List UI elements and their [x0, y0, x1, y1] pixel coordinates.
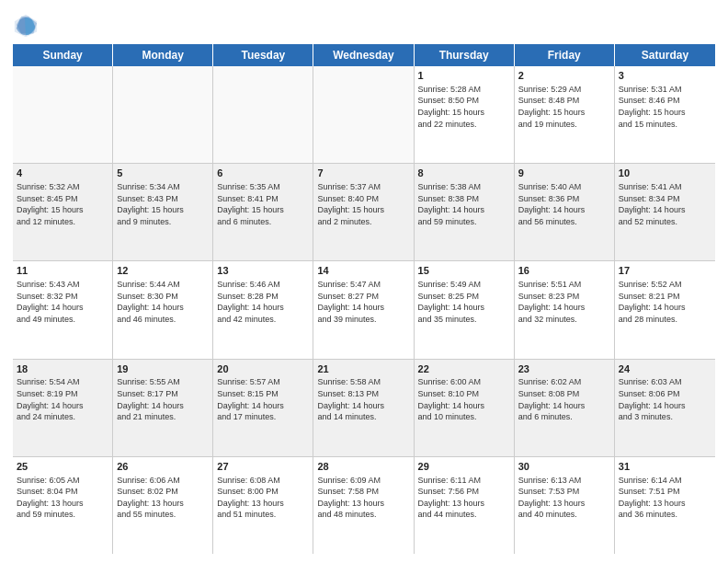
day-number: 11: [17, 264, 108, 278]
calendar-row-5: 25Sunrise: 6:05 AMSunset: 8:04 PMDayligh…: [13, 457, 715, 554]
calendar: SundayMondayTuesdayWednesdayThursdayFrid…: [13, 44, 715, 554]
cell-info: Sunrise: 6:13 AMSunset: 7:53 PMDaylight:…: [518, 475, 610, 521]
cell-info: Sunrise: 5:37 AMSunset: 8:40 PMDaylight:…: [317, 181, 409, 227]
calendar-cell: 2Sunrise: 5:29 AMSunset: 8:48 PMDaylight…: [515, 66, 615, 163]
calendar-cell: 12Sunrise: 5:44 AMSunset: 8:30 PMDayligh…: [113, 261, 213, 358]
cell-info: Sunrise: 5:31 AMSunset: 8:46 PMDaylight:…: [619, 84, 711, 130]
calendar-cell: [313, 66, 414, 163]
day-number: 18: [17, 362, 108, 376]
calendar-row-2: 4Sunrise: 5:32 AMSunset: 8:45 PMDaylight…: [13, 164, 715, 261]
calendar-cell: 19Sunrise: 5:55 AMSunset: 8:17 PMDayligh…: [113, 360, 213, 456]
day-number: 20: [217, 362, 309, 376]
calendar-cell: 9Sunrise: 5:40 AMSunset: 8:36 PMDaylight…: [515, 164, 615, 260]
day-number: 15: [418, 264, 510, 278]
calendar-cell: 10Sunrise: 5:41 AMSunset: 8:34 PMDayligh…: [615, 164, 715, 260]
cell-info: Sunrise: 5:34 AMSunset: 8:43 PMDaylight:…: [117, 181, 209, 227]
calendar-cell: 11Sunrise: 5:43 AMSunset: 8:32 PMDayligh…: [13, 261, 113, 358]
calendar-cell: 26Sunrise: 6:06 AMSunset: 8:02 PMDayligh…: [113, 457, 213, 554]
day-number: 25: [17, 460, 108, 474]
cell-info: Sunrise: 6:06 AMSunset: 8:02 PMDaylight:…: [117, 475, 209, 521]
cell-info: Sunrise: 6:14 AMSunset: 7:51 PMDaylight:…: [619, 475, 711, 521]
day-number: 6: [217, 167, 309, 180]
day-header-wednesday: Wednesday: [313, 44, 414, 66]
calendar-cell: 13Sunrise: 5:46 AMSunset: 8:28 PMDayligh…: [213, 261, 313, 358]
cell-info: Sunrise: 6:02 AMSunset: 8:08 PMDaylight:…: [518, 376, 610, 422]
calendar-cell: 31Sunrise: 6:14 AMSunset: 7:51 PMDayligh…: [615, 457, 715, 554]
cell-info: Sunrise: 5:41 AMSunset: 8:34 PMDaylight:…: [619, 181, 711, 227]
calendar-cell: 22Sunrise: 6:00 AMSunset: 8:10 PMDayligh…: [415, 360, 515, 456]
calendar-cell: 15Sunrise: 5:49 AMSunset: 8:25 PMDayligh…: [415, 261, 515, 358]
day-header-friday: Friday: [515, 44, 615, 66]
calendar-cell: 18Sunrise: 5:54 AMSunset: 8:19 PMDayligh…: [13, 360, 113, 456]
calendar-cell: [113, 66, 213, 163]
calendar-cell: [13, 66, 113, 163]
cell-info: Sunrise: 5:52 AMSunset: 8:21 PMDaylight:…: [619, 279, 711, 325]
cell-info: Sunrise: 5:29 AMSunset: 8:48 PMDaylight:…: [518, 84, 610, 130]
calendar-cell: 6Sunrise: 5:35 AMSunset: 8:41 PMDaylight…: [213, 164, 313, 260]
calendar-row-3: 11Sunrise: 5:43 AMSunset: 8:32 PMDayligh…: [13, 261, 715, 359]
cell-info: Sunrise: 6:00 AMSunset: 8:10 PMDaylight:…: [418, 376, 510, 422]
cell-info: Sunrise: 5:43 AMSunset: 8:32 PMDaylight:…: [17, 279, 108, 325]
day-number: 26: [117, 460, 209, 474]
calendar-cell: 14Sunrise: 5:47 AMSunset: 8:27 PMDayligh…: [313, 261, 414, 358]
calendar-cell: 30Sunrise: 6:13 AMSunset: 7:53 PMDayligh…: [515, 457, 615, 554]
day-number: 17: [619, 264, 711, 278]
calendar-cell: [213, 66, 313, 163]
day-number: 1: [418, 69, 510, 83]
calendar-row-1: 1Sunrise: 5:28 AMSunset: 8:50 PMDaylight…: [13, 66, 715, 164]
logo-icon: [13, 13, 39, 39]
day-number: 24: [619, 362, 711, 376]
calendar-cell: 7Sunrise: 5:37 AMSunset: 8:40 PMDaylight…: [313, 164, 414, 260]
day-number: 31: [619, 460, 711, 474]
logo: [13, 13, 40, 39]
day-number: 12: [117, 264, 209, 278]
day-number: 30: [518, 460, 610, 474]
calendar-cell: 27Sunrise: 6:08 AMSunset: 8:00 PMDayligh…: [213, 457, 313, 554]
calendar-cell: 23Sunrise: 6:02 AMSunset: 8:08 PMDayligh…: [515, 360, 615, 456]
calendar-cell: 3Sunrise: 5:31 AMSunset: 8:46 PMDaylight…: [615, 66, 715, 163]
cell-info: Sunrise: 5:55 AMSunset: 8:17 PMDaylight:…: [117, 376, 209, 422]
calendar-cell: 5Sunrise: 5:34 AMSunset: 8:43 PMDaylight…: [113, 164, 213, 260]
cell-info: Sunrise: 5:57 AMSunset: 8:15 PMDaylight:…: [217, 376, 309, 422]
calendar-body: 1Sunrise: 5:28 AMSunset: 8:50 PMDaylight…: [13, 66, 715, 554]
calendar-cell: 28Sunrise: 6:09 AMSunset: 7:58 PMDayligh…: [313, 457, 414, 554]
calendar-cell: 24Sunrise: 6:03 AMSunset: 8:06 PMDayligh…: [615, 360, 715, 456]
calendar-cell: 20Sunrise: 5:57 AMSunset: 8:15 PMDayligh…: [213, 360, 313, 456]
day-number: 23: [518, 362, 610, 376]
day-header-tuesday: Tuesday: [213, 44, 313, 66]
day-number: 8: [418, 167, 510, 180]
day-header-thursday: Thursday: [415, 44, 515, 66]
cell-info: Sunrise: 5:51 AMSunset: 8:23 PMDaylight:…: [518, 279, 610, 325]
cell-info: Sunrise: 5:47 AMSunset: 8:27 PMDaylight:…: [317, 279, 409, 325]
header: [13, 9, 715, 39]
day-number: 29: [418, 460, 510, 474]
calendar-cell: 8Sunrise: 5:38 AMSunset: 8:38 PMDaylight…: [415, 164, 515, 260]
day-number: 10: [619, 167, 711, 180]
calendar-cell: 29Sunrise: 6:11 AMSunset: 7:56 PMDayligh…: [415, 457, 515, 554]
day-number: 9: [518, 167, 610, 180]
day-number: 28: [317, 460, 409, 474]
page: SundayMondayTuesdayWednesdayThursdayFrid…: [0, 0, 728, 563]
day-header-saturday: Saturday: [615, 44, 715, 66]
day-number: 7: [317, 167, 409, 180]
day-header-sunday: Sunday: [13, 44, 113, 66]
day-number: 3: [619, 69, 711, 83]
cell-info: Sunrise: 5:49 AMSunset: 8:25 PMDaylight:…: [418, 279, 510, 325]
cell-info: Sunrise: 5:44 AMSunset: 8:30 PMDaylight:…: [117, 279, 209, 325]
day-number: 16: [518, 264, 610, 278]
cell-info: Sunrise: 6:08 AMSunset: 8:00 PMDaylight:…: [217, 475, 309, 521]
calendar-cell: 1Sunrise: 5:28 AMSunset: 8:50 PMDaylight…: [415, 66, 515, 163]
cell-info: Sunrise: 5:28 AMSunset: 8:50 PMDaylight:…: [418, 84, 510, 130]
cell-info: Sunrise: 5:35 AMSunset: 8:41 PMDaylight:…: [217, 181, 309, 227]
day-number: 2: [518, 69, 610, 83]
day-number: 4: [17, 167, 108, 180]
cell-info: Sunrise: 5:58 AMSunset: 8:13 PMDaylight:…: [317, 376, 409, 422]
calendar-row-4: 18Sunrise: 5:54 AMSunset: 8:19 PMDayligh…: [13, 360, 715, 457]
day-header-monday: Monday: [113, 44, 213, 66]
calendar-cell: 16Sunrise: 5:51 AMSunset: 8:23 PMDayligh…: [515, 261, 615, 358]
calendar-header: SundayMondayTuesdayWednesdayThursdayFrid…: [13, 44, 715, 66]
cell-info: Sunrise: 5:54 AMSunset: 8:19 PMDaylight:…: [17, 376, 108, 422]
cell-info: Sunrise: 6:09 AMSunset: 7:58 PMDaylight:…: [317, 475, 409, 521]
cell-info: Sunrise: 6:05 AMSunset: 8:04 PMDaylight:…: [17, 475, 108, 521]
day-number: 19: [117, 362, 209, 376]
